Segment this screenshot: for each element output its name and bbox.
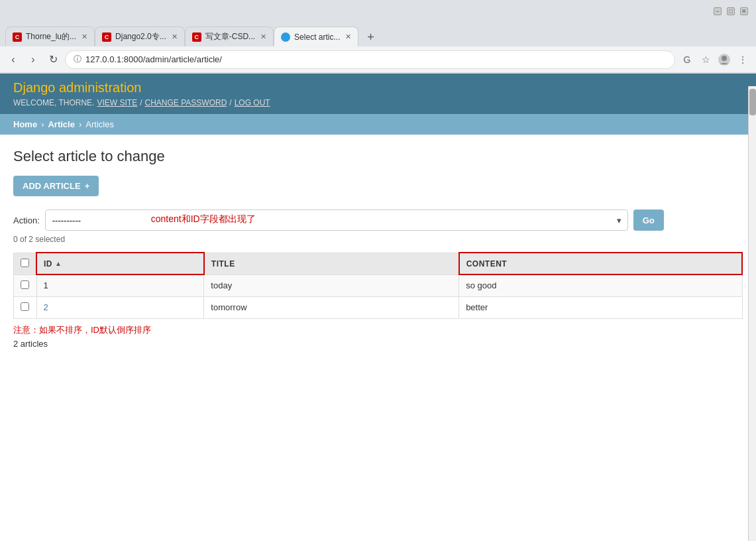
th-content[interactable]: CONTENT (459, 253, 742, 274)
table-row: 2 tomorrow better (14, 296, 743, 318)
close-window-button[interactable]: ✕ (740, 7, 748, 15)
nav-separator-1: / (140, 98, 142, 107)
tab-close-1[interactable]: ✕ (81, 32, 87, 41)
browser-tab-4[interactable]: 🌐 Select artic... ✕ (274, 27, 358, 46)
row1-id: 1 (36, 274, 204, 296)
forward-button[interactable]: › (25, 52, 41, 68)
result-count: 2 articles (13, 339, 743, 349)
tab-favicon-2: C (102, 32, 111, 42)
address-input[interactable]: ⓘ 127.0.0.1:8000/admin/article/article/ (65, 50, 675, 69)
browser-tab-2[interactable]: C Django2.0专... ✕ (95, 27, 185, 46)
tab-close-3[interactable]: ✕ (260, 32, 266, 41)
breadcrumb-home[interactable]: Home (13, 119, 37, 129)
th-title-label: TITLE (211, 259, 235, 269)
title-bar: − □ ✕ (0, 0, 756, 23)
back-button[interactable]: ‹ (5, 52, 21, 68)
row1-checkbox[interactable] (21, 280, 29, 289)
select-all-checkbox[interactable] (21, 259, 29, 267)
table-row: 1 today so good (14, 274, 743, 296)
tab-label-3: 写文章-CSD... (205, 31, 255, 42)
tab-label-1: Thorne_lu的... (26, 31, 76, 42)
row2-title: tomorrow (204, 296, 459, 318)
add-article-label: ADD ARTICLE (23, 181, 81, 191)
scrollbar-right[interactable] (748, 86, 756, 541)
tab-favicon-3: C (192, 32, 201, 42)
tab-favicon-1: C (13, 32, 22, 42)
note-annotation: 注意：如果不排序，ID默认倒序排序 (13, 325, 151, 335)
row2-id-link[interactable]: 2 (44, 302, 48, 312)
th-checkbox (14, 253, 37, 274)
breadcrumb-chevron-2: › (79, 119, 81, 129)
tab-label-4: Select artic... (294, 32, 340, 42)
article-table: ID ▲ TITLE CONTENT 1 (13, 252, 743, 319)
profile-button[interactable] (716, 52, 732, 68)
address-bar: ‹ › ↻ ⓘ 127.0.0.1:8000/admin/article/art… (0, 46, 756, 73)
tab-close-2[interactable]: ✕ (172, 32, 178, 41)
scrollbar-thumb[interactable] (749, 89, 756, 115)
action-select[interactable]: ---------- (45, 210, 628, 231)
tab-close-4[interactable]: ✕ (345, 32, 351, 41)
tab-favicon-4: 🌐 (281, 32, 290, 42)
menu-button[interactable]: ⋮ (735, 52, 751, 68)
nav-separator-2: / (229, 98, 231, 107)
new-tab-button[interactable]: + (361, 28, 380, 46)
reload-button[interactable]: ↻ (45, 52, 61, 68)
browser-tab-1[interactable]: C Thorne_lu的... ✕ (5, 27, 95, 46)
sort-arrow-icon: ▲ (55, 260, 62, 267)
add-article-icon: + (85, 181, 90, 191)
tab-label-2: Django2.0专... (115, 31, 166, 42)
row2-checkbox-cell (14, 296, 37, 318)
breadcrumb-bar: Home › Article › Articles (0, 114, 756, 135)
title-bar-buttons: − □ ✕ (714, 7, 748, 15)
th-content-label: CONTENT (466, 259, 508, 269)
browser-chrome: − □ ✕ C Thorne_lu的... ✕ C Django2.0专... … (0, 0, 756, 74)
svg-point-1 (722, 56, 727, 61)
log-out-link[interactable]: LOG OUT (235, 98, 270, 107)
browser-tab-3[interactable]: C 写文章-CSD... ✕ (185, 27, 274, 46)
browser-actions: G ☆ ⋮ (679, 52, 751, 68)
django-header: Django administration WELCOME, THORNE. V… (0, 74, 756, 114)
row1-checkbox-cell (14, 274, 37, 296)
row1-content: so good (459, 274, 742, 296)
th-title[interactable]: TITLE (204, 253, 459, 274)
action-row: Action: ---------- ▾ content和ID字段都出现了 Go (13, 210, 743, 231)
breadcrumb-article[interactable]: Article (48, 119, 74, 129)
row2-checkbox[interactable] (21, 302, 29, 311)
row2-title-value: tomorrow (211, 302, 246, 312)
row1-title-value: today (211, 280, 232, 290)
action-label: Action: (13, 215, 40, 225)
welcome-text: WELCOME, THORNE. (13, 98, 94, 107)
add-article-button[interactable]: ADD ARTICLE + (13, 176, 99, 196)
site-title[interactable]: Django administration (13, 80, 743, 95)
row2-content: better (459, 296, 742, 318)
bookmark-button[interactable]: ☆ (698, 52, 714, 68)
row1-id-value: 1 (44, 280, 48, 290)
change-password-link[interactable]: CHANGE PASSWORD (145, 98, 227, 107)
action-select-wrapper: ---------- ▾ content和ID字段都出现了 (45, 210, 628, 231)
go-button[interactable]: Go (633, 210, 664, 231)
page-title: Select article to change (13, 148, 743, 165)
action-row-wrapper: Action: ---------- ▾ content和ID字段都出现了 Go (13, 210, 743, 231)
address-text: 127.0.0.1:8000/admin/article/article/ (85, 54, 222, 64)
django-nav: WELCOME, THORNE. VIEW SITE / CHANGE PASS… (13, 98, 743, 107)
selected-count: 0 of 2 selected (13, 235, 743, 244)
th-id-label: ID (44, 259, 52, 269)
tabs-bar: C Thorne_lu的... ✕ C Django2.0专... ✕ C 写文… (0, 23, 756, 46)
main-content: Select article to change ADD ARTICLE + A… (0, 135, 756, 362)
table-header-row: ID ▲ TITLE CONTENT (14, 253, 743, 274)
translate-button[interactable]: G (679, 52, 695, 68)
minimize-button[interactable]: − (714, 7, 722, 15)
breadcrumb-articles: Articles (85, 119, 114, 129)
lock-icon: ⓘ (74, 54, 81, 65)
breadcrumb-chevron-1: › (41, 119, 44, 129)
maximize-button[interactable]: □ (727, 7, 735, 15)
row1-content-value: so good (466, 280, 496, 290)
view-site-link[interactable]: VIEW SITE (97, 98, 137, 107)
th-id[interactable]: ID ▲ (36, 253, 204, 274)
row2-id: 2 (36, 296, 204, 318)
row2-content-value: better (466, 302, 488, 312)
row1-title: today (204, 274, 459, 296)
